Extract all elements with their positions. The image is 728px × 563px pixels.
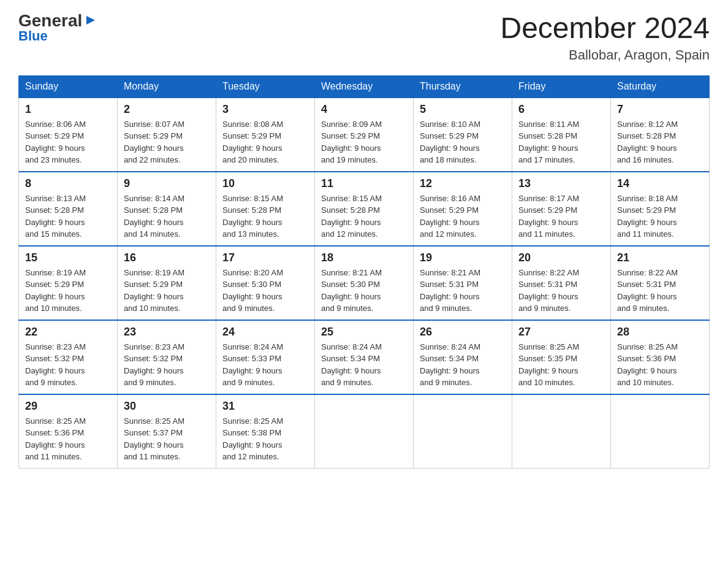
- table-row: 19 Sunrise: 8:21 AM Sunset: 5:31 PM Dayl…: [414, 246, 512, 320]
- day-number: 22: [25, 326, 111, 339]
- header-friday: Friday: [512, 75, 611, 98]
- day-number: 11: [321, 177, 407, 190]
- day-number: 28: [617, 326, 703, 339]
- table-row: 28 Sunrise: 8:25 AM Sunset: 5:36 PM Dayl…: [611, 320, 710, 394]
- day-number: 31: [222, 400, 308, 413]
- day-info: Sunrise: 8:25 AM Sunset: 5:37 PM Dayligh…: [124, 415, 210, 463]
- day-number: 3: [222, 103, 308, 116]
- day-info: Sunrise: 8:24 AM Sunset: 5:34 PM Dayligh…: [321, 341, 407, 389]
- day-number: 12: [420, 177, 506, 190]
- table-row: 22 Sunrise: 8:23 AM Sunset: 5:32 PM Dayl…: [19, 320, 118, 394]
- day-number: 7: [617, 103, 703, 116]
- table-row: 5 Sunrise: 8:10 AM Sunset: 5:29 PM Dayli…: [414, 98, 512, 172]
- day-number: 14: [617, 177, 703, 190]
- day-info: Sunrise: 8:13 AM Sunset: 5:28 PM Dayligh…: [25, 193, 111, 240]
- table-row: 6 Sunrise: 8:11 AM Sunset: 5:28 PM Dayli…: [512, 98, 611, 172]
- day-info: Sunrise: 8:15 AM Sunset: 5:28 PM Dayligh…: [321, 193, 407, 240]
- day-number: 5: [420, 103, 506, 116]
- table-row: 4 Sunrise: 8:09 AM Sunset: 5:29 PM Dayli…: [315, 98, 414, 172]
- table-row: 10 Sunrise: 8:15 AM Sunset: 5:28 PM Dayl…: [216, 172, 315, 246]
- table-row: [611, 394, 710, 469]
- month-title: December 2024: [500, 12, 710, 45]
- day-number: 18: [321, 251, 407, 264]
- table-row: 9 Sunrise: 8:14 AM Sunset: 5:28 PM Dayli…: [118, 172, 216, 246]
- day-number: 2: [124, 103, 210, 116]
- day-info: Sunrise: 8:23 AM Sunset: 5:32 PM Dayligh…: [124, 341, 210, 389]
- day-info: Sunrise: 8:20 AM Sunset: 5:30 PM Dayligh…: [222, 267, 308, 315]
- header-tuesday: Tuesday: [216, 75, 315, 98]
- day-number: 16: [124, 251, 210, 264]
- table-row: 12 Sunrise: 8:16 AM Sunset: 5:29 PM Dayl…: [414, 172, 512, 246]
- logo: General Blue: [18, 12, 97, 44]
- day-info: Sunrise: 8:10 AM Sunset: 5:29 PM Dayligh…: [420, 118, 506, 166]
- day-number: 19: [420, 251, 506, 264]
- day-info: Sunrise: 8:25 AM Sunset: 5:36 PM Dayligh…: [617, 341, 703, 389]
- svg-marker-0: [86, 16, 95, 25]
- day-number: 23: [124, 326, 210, 339]
- day-number: 1: [25, 103, 111, 116]
- day-number: 8: [25, 177, 111, 190]
- day-info: Sunrise: 8:24 AM Sunset: 5:34 PM Dayligh…: [420, 341, 506, 389]
- day-info: Sunrise: 8:06 AM Sunset: 5:29 PM Dayligh…: [25, 118, 111, 166]
- table-row: 2 Sunrise: 8:07 AM Sunset: 5:29 PM Dayli…: [118, 98, 216, 172]
- table-row: 26 Sunrise: 8:24 AM Sunset: 5:34 PM Dayl…: [414, 320, 512, 394]
- header-monday: Monday: [118, 75, 216, 98]
- location: Ballobar, Aragon, Spain: [500, 47, 710, 63]
- day-number: 29: [25, 400, 111, 413]
- day-info: Sunrise: 8:07 AM Sunset: 5:29 PM Dayligh…: [124, 118, 210, 166]
- day-info: Sunrise: 8:22 AM Sunset: 5:31 PM Dayligh…: [617, 267, 703, 315]
- day-number: 6: [518, 103, 604, 116]
- day-number: 13: [518, 177, 604, 190]
- table-row: 24 Sunrise: 8:24 AM Sunset: 5:33 PM Dayl…: [216, 320, 315, 394]
- title-section: December 2024 Ballobar, Aragon, Spain: [500, 12, 710, 63]
- header-sunday: Sunday: [19, 75, 118, 98]
- table-row: 13 Sunrise: 8:17 AM Sunset: 5:29 PM Dayl…: [512, 172, 611, 246]
- table-row: 30 Sunrise: 8:25 AM Sunset: 5:37 PM Dayl…: [118, 394, 216, 469]
- day-number: 21: [617, 251, 703, 264]
- table-row: 1 Sunrise: 8:06 AM Sunset: 5:29 PM Dayli…: [19, 98, 118, 172]
- day-info: Sunrise: 8:25 AM Sunset: 5:36 PM Dayligh…: [25, 415, 111, 463]
- logo-blue-text: Blue: [18, 28, 48, 44]
- table-row: 23 Sunrise: 8:23 AM Sunset: 5:32 PM Dayl…: [118, 320, 216, 394]
- table-row: 15 Sunrise: 8:19 AM Sunset: 5:29 PM Dayl…: [19, 246, 118, 320]
- day-info: Sunrise: 8:22 AM Sunset: 5:31 PM Dayligh…: [518, 267, 604, 315]
- day-info: Sunrise: 8:24 AM Sunset: 5:33 PM Dayligh…: [222, 341, 308, 389]
- day-info: Sunrise: 8:25 AM Sunset: 5:35 PM Dayligh…: [518, 341, 604, 389]
- table-row: 31 Sunrise: 8:25 AM Sunset: 5:38 PM Dayl…: [216, 394, 315, 469]
- table-row: 16 Sunrise: 8:19 AM Sunset: 5:29 PM Dayl…: [118, 246, 216, 320]
- header-wednesday: Wednesday: [315, 75, 414, 98]
- day-number: 20: [518, 251, 604, 264]
- day-info: Sunrise: 8:18 AM Sunset: 5:29 PM Dayligh…: [617, 193, 703, 240]
- table-row: 8 Sunrise: 8:13 AM Sunset: 5:28 PM Dayli…: [19, 172, 118, 246]
- table-row: [315, 394, 414, 469]
- day-info: Sunrise: 8:25 AM Sunset: 5:38 PM Dayligh…: [222, 415, 308, 463]
- table-row: 20 Sunrise: 8:22 AM Sunset: 5:31 PM Dayl…: [512, 246, 611, 320]
- table-row: 25 Sunrise: 8:24 AM Sunset: 5:34 PM Dayl…: [315, 320, 414, 394]
- day-number: 24: [222, 326, 308, 339]
- table-row: 27 Sunrise: 8:25 AM Sunset: 5:35 PM Dayl…: [512, 320, 611, 394]
- day-number: 10: [222, 177, 308, 190]
- page-header: General Blue December 2024 Ballobar, Ara…: [18, 12, 710, 63]
- header-saturday: Saturday: [611, 75, 710, 98]
- table-row: 29 Sunrise: 8:25 AM Sunset: 5:36 PM Dayl…: [19, 394, 118, 469]
- logo-general-text: General: [18, 12, 82, 29]
- day-info: Sunrise: 8:17 AM Sunset: 5:29 PM Dayligh…: [518, 193, 604, 240]
- day-info: Sunrise: 8:19 AM Sunset: 5:29 PM Dayligh…: [124, 267, 210, 315]
- day-info: Sunrise: 8:08 AM Sunset: 5:29 PM Dayligh…: [222, 118, 308, 166]
- table-row: 14 Sunrise: 8:18 AM Sunset: 5:29 PM Dayl…: [611, 172, 710, 246]
- day-info: Sunrise: 8:19 AM Sunset: 5:29 PM Dayligh…: [25, 267, 111, 315]
- table-row: [512, 394, 611, 469]
- table-row: [414, 394, 512, 469]
- table-row: 7 Sunrise: 8:12 AM Sunset: 5:28 PM Dayli…: [611, 98, 710, 172]
- table-row: 21 Sunrise: 8:22 AM Sunset: 5:31 PM Dayl…: [611, 246, 710, 320]
- day-number: 15: [25, 251, 111, 264]
- day-number: 26: [420, 326, 506, 339]
- day-info: Sunrise: 8:12 AM Sunset: 5:28 PM Dayligh…: [617, 118, 703, 166]
- day-number: 30: [124, 400, 210, 413]
- calendar-table: Sunday Monday Tuesday Wednesday Thursday…: [18, 75, 710, 469]
- logo-triangle-icon: [84, 13, 97, 27]
- day-info: Sunrise: 8:11 AM Sunset: 5:28 PM Dayligh…: [518, 118, 604, 166]
- calendar-header: Sunday Monday Tuesday Wednesday Thursday…: [19, 75, 710, 98]
- day-info: Sunrise: 8:14 AM Sunset: 5:28 PM Dayligh…: [124, 193, 210, 240]
- header-thursday: Thursday: [414, 75, 512, 98]
